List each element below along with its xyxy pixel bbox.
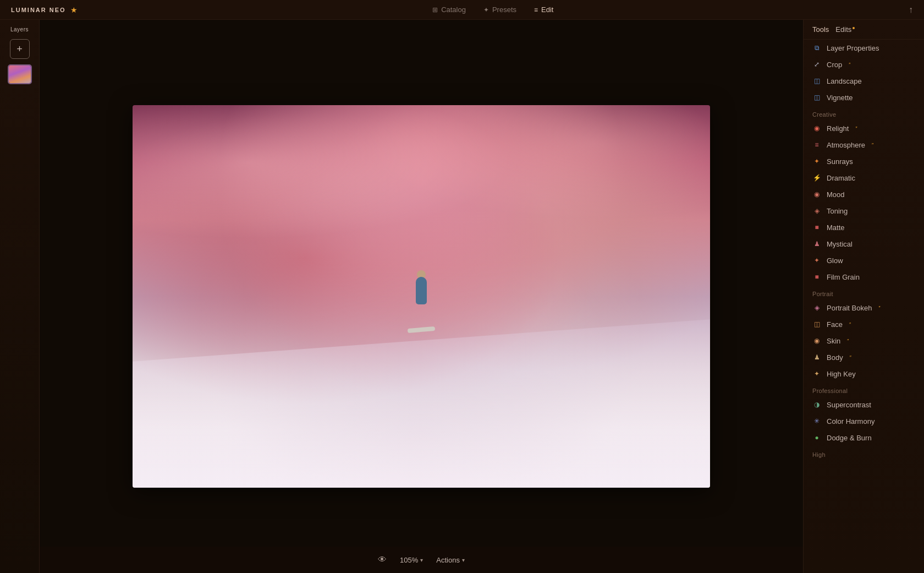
mood-label: Mood xyxy=(827,190,845,199)
body-badge: ″ xyxy=(850,354,851,360)
film-grain-icon: ■ xyxy=(812,272,821,281)
panel-item-dodge-burn[interactable]: ● Dodge & Burn xyxy=(804,429,924,446)
face-label: Face xyxy=(827,320,843,329)
face-icon: ◫ xyxy=(812,320,821,329)
topbar-right: ↑ xyxy=(909,5,913,15)
add-layer-button[interactable]: + xyxy=(10,39,30,59)
layer-thumb-inner xyxy=(9,66,31,83)
catalog-icon: ⊞ xyxy=(432,6,438,14)
zoom-control[interactable]: 105% ▾ xyxy=(400,556,423,564)
edits-tab-dot xyxy=(853,27,855,29)
canvas-area: 👁 105% ▾ Actions ▾ xyxy=(40,20,803,573)
glow-label: Glow xyxy=(827,257,843,265)
panel-item-skin[interactable]: ◉ Skin ″ xyxy=(804,332,924,349)
edit-icon: ≡ xyxy=(534,6,538,14)
panel-tabs: Tools Edits xyxy=(804,20,924,40)
panel-item-portrait-bokeh[interactable]: ◈ Portrait Bokeh ″ xyxy=(804,299,924,316)
canvas-bottom-bar: 👁 105% ▾ Actions ▾ xyxy=(40,547,803,573)
panel-item-mystical[interactable]: ♟ Mystical xyxy=(804,236,924,252)
actions-label: Actions xyxy=(436,556,460,564)
professional-header: Professional xyxy=(804,382,924,396)
tab-edits[interactable]: Edits xyxy=(835,25,855,34)
topbar: LUMINAR NEO ★ ⊞ Catalog ✦ Presets ≡ Edit… xyxy=(0,0,924,20)
matte-icon: ■ xyxy=(812,223,821,232)
surfer-body xyxy=(416,277,427,304)
layer-properties-icon: ⧉ xyxy=(812,43,821,52)
panel-item-glow[interactable]: ✦ Glow xyxy=(804,252,924,269)
matte-label: Matte xyxy=(827,223,845,232)
mood-icon: ◉ xyxy=(812,190,821,199)
layer-thumbnail[interactable] xyxy=(8,64,32,84)
skin-badge: ″ xyxy=(847,338,849,343)
presets-icon: ✦ xyxy=(483,6,489,14)
nav-edit-label: Edit xyxy=(541,6,553,14)
logo-star-icon: ★ xyxy=(70,6,78,14)
share-button[interactable]: ↑ xyxy=(909,5,913,15)
actions-chevron-icon: ▾ xyxy=(462,557,465,563)
actions-button[interactable]: Actions ▾ xyxy=(436,556,465,564)
glow-icon: ✦ xyxy=(812,256,821,265)
portrait-header: Portrait xyxy=(804,285,924,299)
main-image xyxy=(133,105,710,488)
main-area: Layers + 👁 105% xyxy=(0,20,924,573)
surfer-figure xyxy=(405,266,438,332)
app-logo: LUMINAR NEO ★ xyxy=(11,6,78,14)
panel-item-toning[interactable]: ◈ Toning xyxy=(804,203,924,219)
relight-label: Relight xyxy=(827,124,849,133)
portrait-section: Portrait ◈ Portrait Bokeh ″ ◫ Face ″ ◉ S… xyxy=(804,285,924,382)
relight-icon: ◉ xyxy=(812,124,821,133)
nav-presets[interactable]: ✦ Presets xyxy=(483,6,516,14)
vignette-icon: ◫ xyxy=(812,93,821,102)
atmosphere-label: Atmosphere xyxy=(827,141,865,149)
nav-presets-label: Presets xyxy=(492,6,516,14)
crop-label: Crop xyxy=(827,61,842,69)
dramatic-icon: ⚡ xyxy=(812,173,821,182)
panel-item-crop[interactable]: ⤢ Crop ″ xyxy=(804,56,924,73)
panel-item-layer-properties[interactable]: ⧉ Layer Properties xyxy=(804,40,924,56)
mystical-label: Mystical xyxy=(827,240,853,248)
toning-icon: ◈ xyxy=(812,206,821,215)
creative-header: Creative xyxy=(804,106,924,120)
nav-edit[interactable]: ≡ Edit xyxy=(534,6,553,14)
panel-item-color-harmony[interactable]: ✳ Color Harmony xyxy=(804,413,924,429)
zoom-level: 105% xyxy=(400,556,418,564)
high-section: High xyxy=(804,446,924,460)
layers-label: Layers xyxy=(10,26,29,32)
crop-icon: ⤢ xyxy=(812,60,821,69)
panel-item-film-grain[interactable]: ■ Film Grain xyxy=(804,269,924,285)
atmosphere-badge: ″ xyxy=(872,142,873,148)
high-header: High xyxy=(804,446,924,460)
top-navigation: ⊞ Catalog ✦ Presets ≡ Edit xyxy=(432,6,553,14)
dramatic-label: Dramatic xyxy=(827,174,855,182)
app-name: LUMINAR NEO xyxy=(11,7,66,13)
portrait-bokeh-icon: ◈ xyxy=(812,303,821,312)
zoom-chevron-icon: ▾ xyxy=(420,557,423,563)
mystical-icon: ♟ xyxy=(812,239,821,248)
nav-catalog[interactable]: ⊞ Catalog xyxy=(432,6,466,14)
surf-photo xyxy=(133,105,710,488)
panel-item-sunrays[interactable]: ✦ Sunrays xyxy=(804,153,924,170)
dodge-burn-label: Dodge & Burn xyxy=(827,434,872,442)
crop-badge: ″ xyxy=(849,62,850,67)
portrait-bokeh-badge: ″ xyxy=(878,305,880,310)
panel-item-vignette[interactable]: ◫ Vignette xyxy=(804,89,924,106)
panel-item-atmosphere[interactable]: ≡ Atmosphere ″ xyxy=(804,137,924,153)
tab-tools[interactable]: Tools xyxy=(812,25,829,34)
creative-section: Creative ◉ Relight ″ ≡ Atmosphere ″ ✦ Su… xyxy=(804,106,924,285)
panel-item-mood[interactable]: ◉ Mood xyxy=(804,186,924,203)
panel-item-landscape[interactable]: ◫ Landscape xyxy=(804,73,924,89)
panel-item-relight[interactable]: ◉ Relight ″ xyxy=(804,120,924,137)
panel-item-body[interactable]: ♟ Body ″ xyxy=(804,349,924,365)
body-icon: ♟ xyxy=(812,353,821,362)
surfer-board xyxy=(408,326,436,333)
sunrays-label: Sunrays xyxy=(827,157,853,166)
dodge-burn-icon: ● xyxy=(812,433,821,442)
left-sidebar: Layers + xyxy=(0,20,40,573)
panel-item-supercontrast[interactable]: ◑ Supercontrast xyxy=(804,396,924,413)
visibility-toggle[interactable]: 👁 xyxy=(378,555,387,565)
panel-item-dramatic[interactable]: ⚡ Dramatic xyxy=(804,170,924,186)
panel-item-face[interactable]: ◫ Face ″ xyxy=(804,316,924,332)
high-key-icon: ✦ xyxy=(812,369,821,378)
panel-item-high-key[interactable]: ✦ High Key xyxy=(804,365,924,382)
panel-item-matte[interactable]: ■ Matte xyxy=(804,219,924,236)
